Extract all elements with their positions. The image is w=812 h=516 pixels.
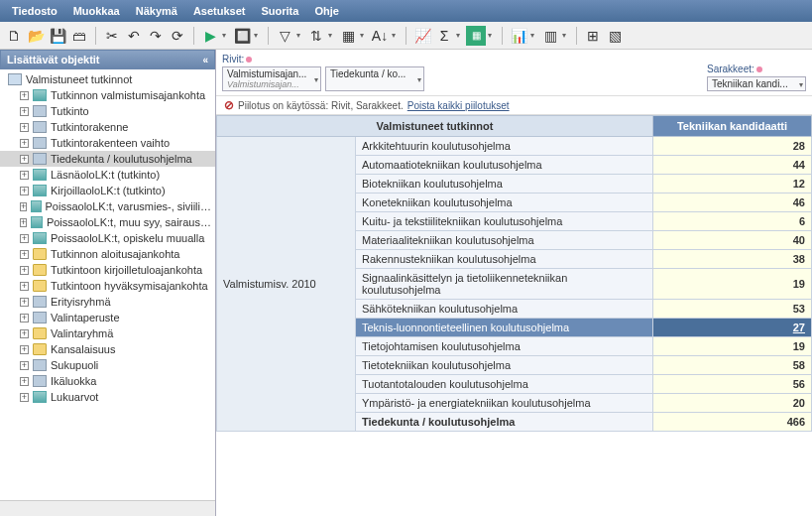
tree-item[interactable]: +Kansalaisuus <box>0 341 215 357</box>
tree-item-label: Tutkinto <box>51 105 89 117</box>
hier-icon <box>33 375 47 387</box>
expand-icon[interactable]: + <box>20 234 29 243</box>
menu-asetukset[interactable]: Asetukset <box>185 3 254 19</box>
warning-icon: ⊘ <box>224 98 234 112</box>
tree-item[interactable]: +Tutkintorakenne <box>0 119 215 135</box>
bar-chart-icon[interactable]: 📊 <box>509 26 528 46</box>
clear-filters-link[interactable]: Poista kaikki piilotukset <box>407 100 510 111</box>
tree-item[interactable]: +Tutkinnon aloitusajankohta <box>0 246 215 262</box>
tree-item-label: Tutkintorakenteen vaihto <box>51 137 170 149</box>
rank-icon[interactable]: A↓ <box>370 26 390 46</box>
expand-icon[interactable]: + <box>20 202 27 211</box>
group-icon[interactable]: ▦ <box>338 26 358 46</box>
chevron-down-icon[interactable]: ▾ <box>417 74 421 83</box>
refresh-icon[interactable]: ⟳ <box>168 26 187 46</box>
expand-icon[interactable]: + <box>20 361 29 370</box>
expand-icon[interactable]: + <box>20 123 29 132</box>
redo-icon[interactable]: ↷ <box>146 26 166 46</box>
tree-item[interactable]: +PoissaoloLK:t, opiskelu muualla <box>0 230 215 246</box>
menu-suorita[interactable]: Suorita <box>254 3 307 19</box>
bar-icon <box>33 391 47 403</box>
row-value: 27 <box>653 319 812 337</box>
tree-item[interactable]: +Tutkintoon hyväksymisajankohta <box>0 278 215 294</box>
tree-item[interactable]: +Valintaperuste <box>0 310 215 325</box>
save-icon[interactable]: 💾 <box>48 26 67 46</box>
chevron-down-icon[interactable]: ▾ <box>799 79 803 88</box>
expand-icon[interactable]: + <box>20 329 29 338</box>
layout-icon[interactable]: ⊞ <box>583 26 603 46</box>
expand-icon[interactable]: + <box>20 139 29 148</box>
tree-item[interactable]: +PoissaoloLK:t, varusmies-, siviili… <box>0 198 215 214</box>
tree-item[interactable]: +Ikäluokka <box>0 373 215 389</box>
row-chip-0[interactable]: Valmistumisajan... Valmistumisajan... ▾ <box>222 66 321 91</box>
table-row[interactable]: Valmistumisv. 2010Arkkitehtuurin koulutu… <box>217 137 812 156</box>
collapse-icon[interactable]: « <box>202 55 208 65</box>
expand-icon[interactable]: + <box>20 187 29 195</box>
data-grid-wrap[interactable]: Valmistuneet tutkinnot Tekniikan kandida… <box>216 115 812 516</box>
row-name: Automaatiotekniikan koulutusohjelma <box>356 156 653 175</box>
expand-icon[interactable]: + <box>20 155 29 164</box>
calc-icon[interactable]: ▦ <box>466 26 486 46</box>
expand-icon[interactable]: + <box>20 314 29 322</box>
sidebar: Lisättävät objektit « Valmistuneet tutki… <box>0 50 216 516</box>
query-icon[interactable]: 🔲 <box>232 26 252 46</box>
tree-root[interactable]: Valmistuneet tutkinnot <box>0 71 215 87</box>
tree-item[interactable]: +Tutkintoon kirjoilletuloajankohta <box>0 262 215 278</box>
row-name: Ympäristö- ja energiatekniikan koulutuso… <box>356 394 653 413</box>
col-chip-0[interactable]: Tekniikan kandi... ▾ <box>707 76 806 91</box>
expand-icon[interactable]: + <box>20 393 29 402</box>
tree-item[interactable]: +Erityisryhmä <box>0 294 215 310</box>
sort-icon[interactable]: ⇅ <box>306 26 326 46</box>
filter-icon[interactable]: ▽ <box>275 26 294 46</box>
expand-icon[interactable]: + <box>20 91 29 100</box>
menu-muokkaa[interactable]: Muokkaa <box>65 3 128 19</box>
expand-icon[interactable]: + <box>20 298 29 307</box>
expand-icon[interactable]: + <box>20 107 29 116</box>
hier-icon <box>33 312 47 323</box>
tree-item[interactable]: +PoissaoloLK:t, muu syy, sairaus… <box>0 214 215 230</box>
chart-icon[interactable]: 📈 <box>412 26 432 46</box>
expand-icon[interactable]: + <box>20 345 29 354</box>
grid-col-header[interactable]: Tekniikan kandidaatti <box>653 116 812 137</box>
chevron-down-icon[interactable]: ▾ <box>314 74 318 83</box>
open-icon[interactable]: 📂 <box>26 26 46 46</box>
row-value: 44 <box>653 156 812 175</box>
expand-icon[interactable]: + <box>20 266 29 275</box>
sidebar-header[interactable]: Lisättävät objektit « <box>0 50 215 69</box>
tree-item[interactable]: +Tiedekunta / koulutusohjelma <box>0 151 215 167</box>
bar-icon <box>33 169 47 181</box>
expand-icon[interactable]: + <box>20 282 29 291</box>
menu-ohje[interactable]: Ohje <box>306 3 346 19</box>
tree-item[interactable]: +LäsnäoloLK:t (tutkinto) <box>0 167 215 183</box>
run-icon[interactable]: ▶ <box>200 26 220 46</box>
row-value: 12 <box>653 175 812 194</box>
tree-item[interactable]: +Tutkinto <box>0 103 215 119</box>
tree-item[interactable]: +Tutkintorakenteen vaihto <box>0 135 215 151</box>
expand-icon[interactable]: + <box>20 171 29 180</box>
tree-item-label: Tutkintoon kirjoilletuloajankohta <box>51 264 202 276</box>
undo-icon[interactable]: ↶ <box>124 26 144 46</box>
tree-item-label: PoissaoloLK:t, varusmies-, siviili… <box>46 200 212 212</box>
menu-tiedosto[interactable]: Tiedosto <box>4 3 65 19</box>
cols-axis: Sarakkeet: Tekniikan kandi... ▾ <box>707 64 806 91</box>
save-all-icon[interactable]: 🗃 <box>69 26 89 46</box>
expand-icon[interactable]: + <box>20 250 29 259</box>
tree-item[interactable]: +Lukuarvot <box>0 389 215 405</box>
expand-icon[interactable]: + <box>20 218 27 227</box>
tree-item[interactable]: +Sukupuoli <box>0 357 215 373</box>
folder-icon <box>33 343 47 355</box>
row-chip-1[interactable]: Tiedekunta / ko... ▾ <box>325 66 424 91</box>
options-icon[interactable]: ▧ <box>605 26 625 46</box>
tree-item[interactable]: +Tutkinnon valmistumisajankohta <box>0 87 215 103</box>
tree-item-label: Ikäluokka <box>51 375 96 387</box>
tree-item[interactable]: +Valintaryhmä <box>0 325 215 341</box>
sum-icon[interactable]: Σ <box>434 26 454 46</box>
bar-icon <box>33 185 47 196</box>
menu-nakyma[interactable]: Näkymä <box>128 3 185 19</box>
row-name: Tuotantotalouden koulutusohjelma <box>356 375 653 394</box>
pivot-icon[interactable]: ▥ <box>540 26 560 46</box>
tree-item[interactable]: +KirjoillaoloLK:t (tutkinto) <box>0 183 215 198</box>
cut-icon[interactable]: ✂ <box>102 26 122 46</box>
expand-icon[interactable]: + <box>20 377 29 386</box>
new-icon[interactable]: 🗋 <box>4 26 24 46</box>
